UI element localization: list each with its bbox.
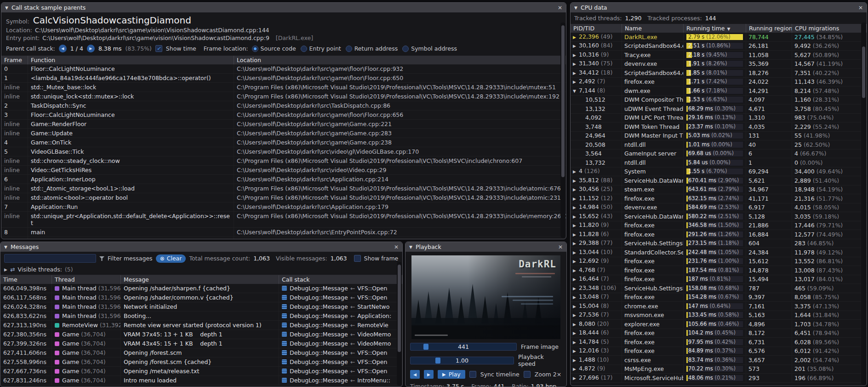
expand-row-icon[interactable]: ▶ (573, 303, 579, 310)
collapse-icon[interactable]: ▼ (409, 245, 412, 249)
collapse-icon[interactable]: ▼ (4, 245, 7, 249)
expand-row-icon[interactable]: ▶ (573, 258, 579, 265)
column-header-call-stack[interactable]: Call stack (279, 275, 402, 284)
expand-row-icon[interactable]: ▶ (573, 357, 579, 364)
expand-row-icon[interactable]: ▶ (573, 52, 579, 59)
message-row[interactable]: 627,380,356nsGame (36,704)VRAM 37x45: 13… (0, 330, 402, 339)
playback-titlebar[interactable]: ▼ Playback ✕ (405, 242, 566, 252)
cpu-row[interactable]: ▶22,396 (49)DarkRL.exe2.79 s (12.06%)78,… (571, 33, 867, 42)
callstack-cell[interactable]: DebugLog::Message←Application: (279, 312, 402, 320)
close-icon[interactable]: ✕ (558, 5, 562, 11)
collapse-icon[interactable]: ▼ (574, 6, 577, 10)
expand-row-icon[interactable]: ▶ (573, 366, 579, 373)
cpu-row[interactable]: 4,092DWM LPC Port Thread29.16 ms (0.13%)… (571, 114, 867, 123)
message-row[interactable]: 626,833,622nsMain thread (31,596)Booting… (0, 312, 402, 321)
prev-parent-button[interactable]: ◀ (59, 45, 67, 52)
zoom-checkbox[interactable] (524, 371, 531, 378)
callstack-cell[interactable]: DebugLog::Message←VFS::Open (279, 367, 402, 375)
callstack-cell[interactable]: DebugLog::Message←RemoteVie (279, 321, 402, 329)
column-header-frame[interactable]: Frame (1, 56, 28, 64)
collapse-row-icon[interactable]: ▼ (573, 88, 579, 95)
message-row[interactable]: 606,049,398nsMain thread (31,596)Opening… (0, 284, 402, 293)
column-header-function[interactable]: Function (28, 56, 234, 64)
callstack-row[interactable]: inlineVideo::GetTicksHiResC:\Users\wolf\… (1, 166, 566, 175)
cpu-row[interactable]: ▶11,828 (6)firefox.exe291.26 ms (1.26%)1… (571, 230, 867, 239)
message-row[interactable]: 627,831,246nsGame (36,704)Intro menu loa… (0, 376, 402, 385)
cpu-row[interactable]: 13,132uDWM Event Thread68.29 ms (0.30%)4… (571, 104, 867, 114)
message-row[interactable]: 627,399,326nsGame (36,704)VRAM 43x45: 15… (0, 339, 402, 348)
expand-row-icon[interactable]: ▶ (573, 196, 579, 202)
radio-source-code[interactable]: Source code (252, 45, 296, 52)
cpu-row[interactable]: ▶27,536 (7)msvsmon.exe133.45 ms (0.58%)5… (571, 311, 867, 320)
callstack-cell[interactable]: DebugLog::Message←IntroMenu:: (279, 376, 402, 385)
callstack-row[interactable]: inlineGame::RenderFloorC:\Users\wolf\Des… (1, 120, 566, 129)
callstack-row[interactable]: 2TaskDispatch::SyncC:\Users\wolf\Desktop… (1, 101, 566, 110)
expand-row-icon[interactable]: ▶ (573, 375, 579, 382)
play-button[interactable]: ▶ Play (438, 370, 465, 379)
cpu-row[interactable]: ▶4,872 (9)MsMpEng.exe70.22 ms (0.30%)573… (571, 365, 867, 374)
column-header-thread[interactable]: Thread (52, 275, 121, 284)
callstack-row[interactable]: 3Floor::CalcLightNoLuminanceC:\Users\wol… (1, 110, 566, 120)
cpu-row[interactable]: 10,512DWM Compositor Threa1.53 s (6.63%)… (571, 96, 867, 105)
callstack-cell[interactable]: DebugLog::Message←VFS::Open (279, 293, 402, 302)
callstack-cell[interactable]: DebugLog::Message←VFS::Open (279, 358, 402, 366)
cpu-row[interactable]: ▶13,048 (7)firefox.exe154.28 ms (0.67%)9… (571, 293, 867, 302)
expand-row-icon[interactable]: ▶ (573, 240, 579, 247)
cpu-row[interactable]: 13,732ntdll.dll5.84 us (0.00%)10 (0.00%) (571, 158, 867, 168)
cpu-row[interactable]: ▶15,652 (43)ServiceHub.DataWarehou580.22… (571, 212, 867, 221)
cpu-row[interactable]: ▶12,692 (9)firefox.exe231.76 ms (1.00%)1… (571, 257, 867, 266)
expand-row-icon[interactable]: ▶ (573, 348, 579, 355)
expand-row-icon[interactable]: ▶ (573, 339, 579, 346)
frame-slider[interactable]: 441 (410, 343, 517, 351)
expand-row-icon[interactable]: ▶ (573, 249, 579, 256)
expand-threads-icon[interactable]: ▶ (4, 267, 7, 272)
cpu-row[interactable]: 3,564GameInput server69.68 us (0.00%)64 … (571, 150, 867, 159)
cpu-row[interactable]: ▶16,464 (7)firefox.exe187 ms (0.81%)15,4… (571, 275, 867, 284)
cpu-row[interactable]: ▶1,488 (10)csrss.exe83.74 ms (0.36%)3,65… (571, 356, 867, 365)
scrollbar-thumb[interactable] (561, 25, 565, 177)
column-header-cpu-migrations[interactable]: CPU migrations (792, 24, 867, 33)
speed-slider[interactable]: 1.00 (410, 357, 514, 364)
cpu-row[interactable]: ▶30,456 (25)steam.exe643.61 ms (2.79%)34… (571, 185, 867, 195)
callstack-row[interactable]: inlineinvoke_maind:\agent\_work\63\s\src… (1, 237, 566, 239)
prev-frame-button[interactable]: ◀ (410, 370, 420, 379)
cpu-row[interactable]: ▶29,388 (77)ServiceHub.SettingsHost273.1… (571, 239, 867, 248)
cpu-row[interactable]: ▶4 (126)System1.55 s (6.70%)69,29434,400… (571, 168, 867, 177)
callstack-row[interactable]: inlinestd::unique_ptr<Application,std::d… (1, 212, 566, 228)
messages-scrollbar[interactable] (397, 262, 402, 386)
callstack-cell[interactable]: DebugLog::Message←VFS::Open (279, 348, 402, 357)
callstack-cell[interactable]: DebugLog::Message←VideoMemo (279, 330, 402, 339)
close-icon[interactable]: ✕ (858, 5, 863, 11)
expand-row-icon[interactable]: ▶ (573, 330, 579, 337)
column-header-message[interactable]: Message (121, 275, 279, 284)
cpu-row[interactable]: ▶8,080 (20)explorer.exe105.66 ms (0.46%)… (571, 320, 867, 329)
message-row[interactable]: 627,558,996nsGame (36,704)Opening /fores… (0, 358, 402, 367)
cpu-row[interactable]: ▶31,340 (75)devenv.exe1.91 s (8.26%)35,3… (571, 60, 867, 69)
expand-row-icon[interactable]: ▶ (573, 204, 579, 211)
cpu-titlebar[interactable]: ▼ CPU data ✕ (571, 3, 867, 12)
sync-timeline-checkbox[interactable] (469, 371, 476, 378)
expand-row-icon[interactable]: ▶ (573, 294, 579, 301)
callstack-row[interactable]: inlinestd::atomic<bool>::operator boolC:… (1, 193, 566, 202)
filter-input[interactable] (4, 254, 96, 263)
column-header-name[interactable]: Name (622, 24, 684, 33)
expand-row-icon[interactable]: ▶ (573, 34, 579, 41)
collapse-icon[interactable]: ▼ (5, 6, 8, 10)
expand-row-icon[interactable]: ▶ (573, 79, 579, 86)
expand-row-icon[interactable]: ▶ (573, 168, 579, 175)
expand-row-icon[interactable]: ▶ (573, 70, 579, 77)
close-icon[interactable]: ✕ (394, 244, 399, 250)
cpu-row[interactable]: ▶14,984 (50)devenv.exe584.69 ms (2.53%)6… (571, 203, 867, 213)
message-row[interactable]: 606,117,568nsMain thread (31,596)Opening… (0, 293, 402, 302)
expand-row-icon[interactable]: ▶ (573, 321, 579, 328)
cpu-row[interactable]: ▶13,044 (10)StandardCollector.Servic242.… (571, 248, 867, 257)
message-row[interactable]: 627,313,190nsRemoteView (31,392)Remote v… (0, 321, 402, 330)
callstack-cell[interactable]: DebugLog::Message←VideoMemo (279, 339, 402, 348)
scrollbar-thumb[interactable] (862, 46, 865, 98)
scrollbar-thumb[interactable] (398, 265, 401, 352)
cpu-row[interactable]: ▶12,016 (3)firefox.exe84.89 ms (0.37%)6,… (571, 347, 867, 356)
visible-threads-label[interactable]: Visible threads: (17, 266, 62, 273)
expand-row-icon[interactable]: ▶ (573, 222, 579, 229)
expand-row-icon[interactable]: ▶ (573, 43, 579, 50)
cpu-row[interactable]: ▶35,812 (88)ServiceHub.DataWarehou670.41… (571, 176, 867, 185)
